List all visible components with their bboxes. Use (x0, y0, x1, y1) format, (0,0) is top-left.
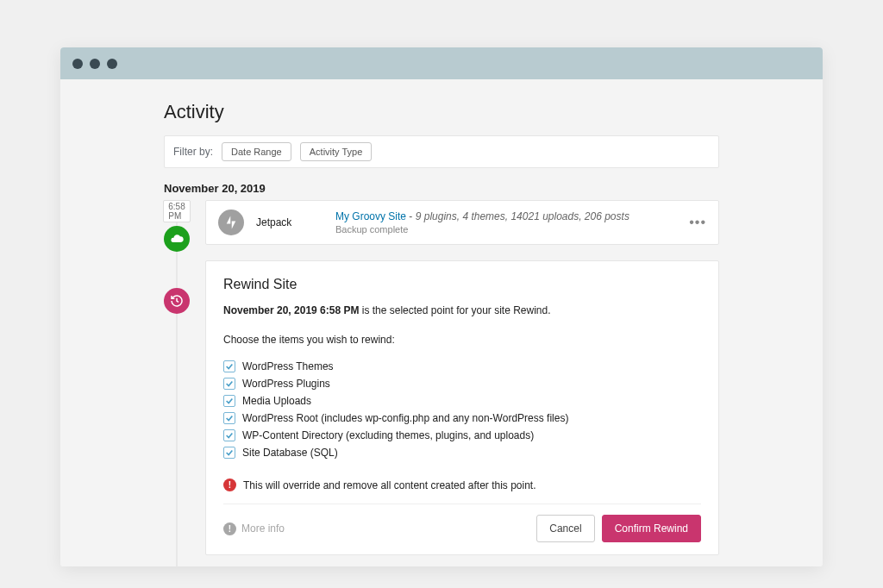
filter-label: Filter by: (173, 146, 213, 158)
backup-card[interactable]: Jetpack My Groovy Site - 9 plugins, 4 th… (205, 200, 719, 245)
backup-meta: My Groovy Site - 9 plugins, 4 themes, 14… (335, 210, 677, 235)
rewind-footer: ! More info Cancel Confirm Rewind (223, 504, 701, 542)
checkbox-checked[interactable] (223, 395, 235, 407)
rewind-title: Rewind Site (223, 277, 701, 292)
rewind-item[interactable]: WP-Content Directory (excluding themes, … (223, 427, 701, 444)
backup-details: 9 plugins, 4 themes, 14021 uploads, 206 … (416, 210, 629, 222)
window-dot (90, 59, 100, 69)
rewind-item-label: WordPress Themes (242, 360, 334, 372)
filter-activity-type-button[interactable]: Activity Type (300, 142, 373, 161)
cancel-button[interactable]: Cancel (536, 515, 594, 542)
info-icon: ! (223, 522, 236, 535)
window-dot (72, 59, 83, 69)
cloud-icon (170, 232, 184, 246)
rewind-item[interactable]: Media Uploads (223, 392, 701, 410)
svg-marker-1 (232, 222, 236, 229)
site-link[interactable]: My Groovy Site (335, 210, 406, 222)
page-title: Activity (164, 101, 719, 123)
backup-source: Jetpack (256, 216, 323, 228)
rewind-item-label: Site Database (SQL) (242, 447, 338, 459)
rewind-item-label: WordPress Plugins (242, 378, 330, 390)
checkbox-checked[interactable] (223, 429, 235, 441)
timeline-rail: 6:58 PM (164, 200, 190, 566)
timeline-time-label: 6:58 PM (163, 200, 190, 222)
rewind-card: Rewind Site November 20, 2019 6:58 PM is… (205, 260, 719, 555)
rewind-item[interactable]: WordPress Root (includes wp-config.php a… (223, 410, 701, 427)
rewind-point-suffix: is the selected point for your site Rewi… (359, 304, 550, 316)
rewind-item-label: WP-Content Directory (excluding themes, … (242, 429, 534, 441)
browser-body: Activity Filter by: Date Range Activity … (60, 79, 823, 566)
rewind-item[interactable]: WordPress Plugins (223, 375, 701, 392)
timeline-content: Jetpack My Groovy Site - 9 plugins, 4 th… (205, 200, 719, 566)
more-info-link[interactable]: ! More info (223, 522, 285, 535)
more-info-label: More info (241, 522, 285, 535)
rewind-warning-text: This will override and remove all conten… (243, 479, 536, 491)
history-icon (170, 294, 184, 308)
checkbox-checked[interactable] (223, 447, 235, 459)
checkbox-checked[interactable] (223, 412, 235, 424)
confirm-rewind-button[interactable]: Confirm Rewind (602, 515, 701, 542)
rewind-item[interactable]: WordPress Themes (223, 358, 701, 375)
browser-window: Activity Filter by: Date Range Activity … (60, 47, 823, 566)
timeline-node-backup[interactable] (164, 226, 190, 252)
timeline-node-rewind[interactable] (164, 288, 190, 314)
rewind-item[interactable]: Site Database (SQL) (223, 444, 701, 461)
rewind-actions: Cancel Confirm Rewind (536, 515, 701, 542)
timeline-date-heading: November 20, 2019 (164, 182, 719, 195)
browser-chrome (60, 47, 823, 79)
checkbox-checked[interactable] (223, 378, 235, 390)
rewind-selected-point: November 20, 2019 6:58 PM is the selecte… (223, 304, 701, 316)
rewind-items-list: WordPress Themes WordPress Plugins Media… (223, 358, 701, 461)
rewind-point-time: November 20, 2019 6:58 PM (223, 304, 359, 316)
backup-status: Backup complete (335, 224, 677, 235)
jetpack-icon (223, 215, 239, 230)
timeline-rail-line (176, 200, 178, 566)
rewind-choose-label: Choose the items you wish to rewind: (223, 334, 701, 346)
rewind-item-label: WordPress Root (includes wp-config.php a… (242, 412, 568, 424)
svg-marker-0 (227, 216, 231, 224)
backup-sep: - (406, 210, 416, 222)
warning-icon: ! (223, 479, 236, 491)
timeline: 6:58 PM Jetpack My Groovy Site - 9 (164, 200, 719, 566)
backup-summary: My Groovy Site - 9 plugins, 4 themes, 14… (335, 210, 677, 222)
more-menu-icon[interactable]: ••• (689, 215, 706, 230)
rewind-item-label: Media Uploads (242, 395, 311, 407)
window-dot (107, 59, 117, 69)
checkbox-checked[interactable] (223, 360, 235, 372)
filter-date-range-button[interactable]: Date Range (222, 142, 291, 161)
jetpack-avatar (218, 210, 244, 235)
filter-bar: Filter by: Date Range Activity Type (164, 135, 719, 168)
rewind-warning: ! This will override and remove all cont… (223, 479, 701, 491)
